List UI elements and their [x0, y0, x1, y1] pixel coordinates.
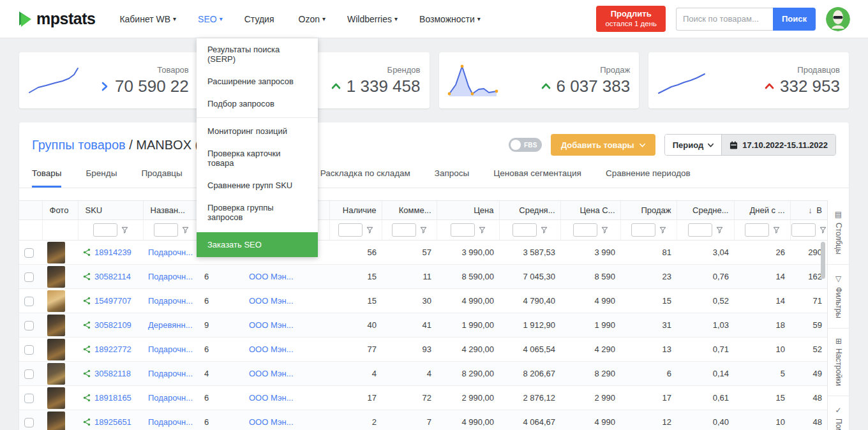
- row-checkbox[interactable]: [24, 297, 34, 306]
- nav-menu-item[interactable]: Возможности ▾: [419, 14, 481, 24]
- column-filter-input[interactable]: [392, 223, 416, 237]
- table-row[interactable]: 30582118 Подарочн... 4 ООО Мэн... 4 4 8 …: [19, 362, 827, 386]
- sku-link[interactable]: 15497707: [94, 296, 131, 306]
- column-filter-input[interactable]: [154, 223, 178, 237]
- seller-link[interactable]: ООО Мэн...: [244, 289, 329, 313]
- share-icon[interactable]: [83, 369, 91, 378]
- column-header[interactable]: [19, 201, 42, 220]
- column-filter-input[interactable]: [745, 223, 769, 237]
- row-checkbox[interactable]: [24, 345, 34, 355]
- seller-link[interactable]: ООО Мэн...: [244, 265, 329, 289]
- side-tool-tab[interactable]: ▽ Фильтры: [828, 265, 849, 329]
- seller-link[interactable]: ООО Мэн...: [244, 337, 329, 362]
- filter-funnel-icon[interactable]: [182, 226, 189, 234]
- date-range-button[interactable]: 17.10.2022-15.11.2022: [721, 135, 835, 155]
- search-input[interactable]: [676, 8, 773, 31]
- product-name-link[interactable]: Подарочн...: [143, 337, 199, 362]
- sku-link[interactable]: 18925651: [94, 417, 131, 427]
- filter-funnel-icon[interactable]: [659, 226, 666, 234]
- product-name-link[interactable]: Подарочн...: [143, 386, 199, 410]
- product-photo[interactable]: [47, 411, 65, 430]
- tab[interactable]: Сравнение периодов: [606, 168, 691, 188]
- filter-funnel-icon[interactable]: [541, 226, 548, 234]
- nav-menu-item[interactable]: Студия: [244, 14, 277, 24]
- product-photo[interactable]: [47, 363, 65, 385]
- sku-link[interactable]: 30582114: [94, 272, 131, 281]
- product-name-link[interactable]: Подарочн...: [143, 265, 199, 289]
- tab[interactable]: Продавцы: [141, 168, 182, 188]
- column-header[interactable]: Цена С...: [560, 201, 620, 220]
- column-header[interactable]: Дней с ...: [734, 201, 790, 220]
- nav-menu-item[interactable]: SEO ▾: [198, 14, 223, 24]
- sku-link[interactable]: 18922772: [94, 345, 131, 354]
- column-filter-input[interactable]: [791, 223, 816, 237]
- filter-funnel-icon[interactable]: [366, 226, 373, 234]
- seller-link[interactable]: ООО Мэн...: [244, 313, 329, 337]
- seller-link[interactable]: ООО Мэн...: [244, 362, 329, 386]
- column-filter-input[interactable]: [451, 223, 475, 237]
- row-checkbox[interactable]: [24, 394, 34, 403]
- product-photo[interactable]: [47, 339, 65, 360]
- column-filter-input[interactable]: [573, 223, 597, 237]
- share-icon[interactable]: [83, 345, 91, 353]
- filter-funnel-icon[interactable]: [773, 226, 780, 234]
- side-tool-tab[interactable]: ▤ Столбцы: [828, 200, 849, 265]
- share-icon[interactable]: [83, 297, 91, 305]
- seo-menu-item[interactable]: Проверка карточки товара: [197, 142, 318, 174]
- column-filter-input[interactable]: [513, 223, 537, 237]
- share-icon[interactable]: [83, 321, 91, 329]
- renew-subscription-button[interactable]: Продлить остался 1 день: [596, 6, 666, 32]
- seo-menu-item[interactable]: Заказать SEO: [197, 232, 318, 257]
- product-photo[interactable]: [47, 266, 65, 288]
- period-button[interactable]: Период: [665, 135, 722, 155]
- row-checkbox[interactable]: [24, 321, 34, 330]
- seo-menu-item[interactable]: Мониторинг позиций: [197, 117, 318, 142]
- share-icon[interactable]: [83, 248, 91, 256]
- tab[interactable]: Раскладка по складам: [320, 168, 410, 188]
- filter-funnel-icon[interactable]: [601, 226, 608, 234]
- product-name-link[interactable]: Подарочн...: [143, 410, 199, 430]
- table-row[interactable]: 15497707 Подарочн... 6 ООО Мэн... 15 30 …: [19, 289, 827, 313]
- filter-funnel-icon[interactable]: [479, 226, 486, 234]
- column-header[interactable]: Цена: [437, 201, 499, 220]
- row-checkbox[interactable]: [24, 369, 34, 379]
- column-filter-input[interactable]: [688, 223, 712, 237]
- fbs-toggle[interactable]: FBS: [509, 138, 542, 152]
- sku-link[interactable]: 18914239: [94, 248, 131, 257]
- product-name-link[interactable]: Подарочн...: [143, 362, 199, 386]
- column-filter-input[interactable]: [93, 223, 117, 237]
- add-products-button[interactable]: Добавить товары: [551, 134, 655, 156]
- column-header[interactable]: Назван...: [143, 201, 199, 220]
- column-header[interactable]: Средне...: [677, 201, 734, 220]
- table-row[interactable]: 30582109 Деревянн... 9 ООО Мэн... 40 41 …: [19, 313, 827, 337]
- sku-link[interactable]: 18918165: [94, 393, 131, 403]
- column-header[interactable]: ↓ В: [790, 201, 827, 220]
- share-icon[interactable]: [83, 272, 91, 281]
- table-row[interactable]: 18914239 Подарочн... 5 ООО Мэн... 56 57 …: [19, 241, 827, 265]
- row-checkbox[interactable]: [24, 418, 34, 427]
- row-checkbox[interactable]: [24, 272, 34, 282]
- sku-link[interactable]: 30582118: [94, 369, 131, 378]
- product-photo[interactable]: [47, 242, 65, 263]
- column-header[interactable]: SKU: [78, 201, 143, 220]
- seo-menu-item[interactable]: Подбор запросов: [197, 93, 318, 115]
- tab[interactable]: Запросы: [435, 168, 469, 188]
- vertical-scrollbar[interactable]: [821, 242, 825, 279]
- seller-link[interactable]: ООО Мэн...: [244, 410, 329, 430]
- avatar[interactable]: [826, 7, 850, 31]
- side-tool-tab[interactable]: ✓ Помощь: [828, 396, 849, 430]
- table-row[interactable]: 18918165 Подарочн... 6 ООО Мэн... 17 72 …: [19, 386, 827, 410]
- column-header[interactable]: Наличие: [329, 201, 382, 220]
- column-header[interactable]: Продаж: [620, 201, 677, 220]
- row-checkbox[interactable]: [24, 248, 34, 258]
- filter-funnel-icon[interactable]: [819, 226, 827, 234]
- tab[interactable]: Ценовая сегментация: [493, 168, 581, 188]
- filter-funnel-icon[interactable]: [716, 226, 723, 234]
- tab[interactable]: Бренды: [86, 168, 117, 188]
- table-row[interactable]: 18922772 Подарочн... 6 ООО Мэн... 77 93 …: [19, 337, 827, 362]
- filter-funnel-icon[interactable]: [420, 226, 427, 234]
- seo-menu-item[interactable]: Результаты поиска (SERP): [197, 38, 318, 70]
- share-icon[interactable]: [83, 394, 91, 402]
- nav-menu-item[interactable]: Wildberries ▾: [347, 14, 398, 24]
- tab[interactable]: Товары: [32, 168, 61, 188]
